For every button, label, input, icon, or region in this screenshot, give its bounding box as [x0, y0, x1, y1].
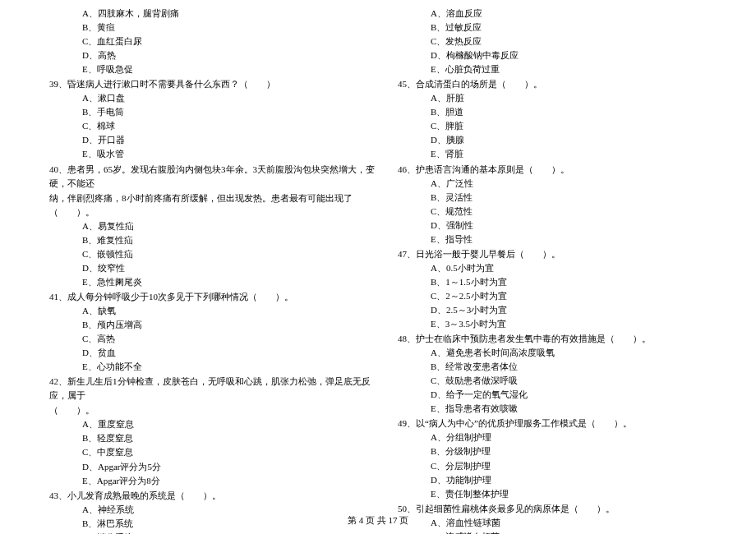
question-46: 46、护患语言沟通的基本原则是（ ）。 [398, 163, 725, 177]
option: C、发热反应 [398, 35, 725, 48]
option: C、消化系统 [49, 531, 376, 534]
option: E、心功能不全 [49, 360, 376, 374]
question-42-cont: （ ）。 [49, 403, 376, 417]
question-47: 47、日光浴一般于婴儿早餐后（ ）。 [398, 247, 725, 261]
option: A、缺氧 [49, 304, 376, 318]
option: E、吸水管 [49, 147, 376, 161]
option: A、肝脏 [398, 91, 725, 105]
option: B、颅内压增高 [49, 318, 376, 332]
option: D、给予一定的氧气湿化 [398, 388, 725, 402]
right-column: A、溶血反应 B、过敏反应 C、发热反应 D、枸橼酸钠中毒反应 E、心脏负荷过重… [391, 7, 731, 534]
option: C、分层制护理 [398, 459, 725, 473]
option: B、轻度窒息 [49, 431, 376, 445]
option: B、流感嗜血杆菌 [398, 530, 725, 534]
option: D、高热 [49, 48, 376, 62]
question-45: 45、合成清蛋白的场所是（ ）。 [398, 77, 725, 91]
option: E、Apgar评分为8分 [49, 474, 376, 488]
option: E、指导性 [398, 232, 725, 246]
option: E、指导患者有效咳嗽 [398, 402, 725, 416]
option: D、枸橼酸钠中毒反应 [398, 48, 725, 62]
option: E、肾脏 [398, 147, 725, 161]
option: B、灵活性 [398, 191, 725, 205]
question-41: 41、成人每分钟呼吸少于10次多见于下列哪种情况（ ）。 [49, 290, 376, 304]
option: D、贫血 [49, 346, 376, 360]
option: A、易复性疝 [49, 219, 376, 233]
option: C、高热 [49, 332, 376, 346]
option: A、溶血反应 [398, 7, 725, 21]
option: B、胆道 [398, 105, 725, 119]
option: A、四肢麻木，腿背剧痛 [49, 7, 376, 21]
left-column: A、四肢麻木，腿背剧痛 B、黄疸 C、血红蛋白尿 D、高热 E、呼吸急促 39、… [49, 7, 391, 534]
option: B、分级制护理 [398, 444, 725, 458]
option: B、经常改变患者体位 [398, 360, 725, 374]
option: B、黄疸 [49, 21, 376, 35]
question-43: 43、小儿发育成熟最晚的系统是（ ）。 [49, 489, 376, 503]
option: C、嵌顿性疝 [49, 247, 376, 261]
option: E、3～3.5小时为宜 [398, 317, 725, 331]
option: A、重度窒息 [49, 417, 376, 431]
option: B、难复性疝 [49, 233, 376, 247]
question-40-cont: 纳，伴剧烈疼痛，8小时前疼痛有所缓解，但出现发热。患者最有可能出现了（ ）。 [49, 191, 376, 219]
option: B、1～1.5小时为宜 [398, 275, 725, 289]
option: C、规范性 [398, 205, 725, 219]
question-48: 48、护士在临床中预防患者发生氧中毒的有效措施是（ ）。 [398, 332, 725, 346]
option: E、心脏负荷过重 [398, 62, 725, 76]
option: D、2.5～3小时为宜 [398, 303, 725, 317]
option: D、开口器 [49, 133, 376, 147]
option: A、0.5小时为宜 [398, 261, 725, 275]
option: C、脾脏 [398, 119, 725, 133]
option: C、鼓励患者做深呼吸 [398, 374, 725, 388]
option: C、血红蛋白尿 [49, 35, 376, 48]
option: E、急性阑尾炎 [49, 275, 376, 289]
option: C、中度窒息 [49, 445, 376, 459]
option: E、呼吸急促 [49, 62, 376, 76]
option: E、责任制整体护理 [398, 487, 725, 501]
option: A、避免患者长时间高浓度吸氧 [398, 346, 725, 360]
option: A、分组制护理 [398, 430, 725, 444]
question-40: 40、患者男，65岁。发现右腹股沟内侧包块3年余。3天前腹股沟包块突然增大，变硬… [49, 163, 376, 191]
option: D、绞窄性 [49, 261, 376, 275]
option: B、过敏反应 [398, 21, 725, 35]
option: C、棉球 [49, 119, 376, 133]
option: D、Apgar评分为5分 [49, 460, 376, 474]
page-footer: 第 4 页 共 17 页 [0, 513, 756, 527]
option: D、功能制护理 [398, 473, 725, 487]
option: C、2～2.5小时为宜 [398, 289, 725, 303]
question-42: 42、新生儿生后1分钟检查，皮肤苍白，无呼吸和心跳，肌张力松弛，弹足底无反应，属… [49, 375, 376, 403]
question-49: 49、以“病人为中心”的优质护理服务工作模式是（ ）。 [398, 417, 725, 430]
option: A、广泛性 [398, 177, 725, 191]
page-body: A、四肢麻木，腿背剧痛 B、黄疸 C、血红蛋白尿 D、高热 E、呼吸急促 39、… [0, 0, 756, 534]
option: B、手电筒 [49, 105, 376, 119]
option: D、强制性 [398, 219, 725, 232]
option: A、漱口盘 [49, 91, 376, 105]
question-39: 39、昏迷病人进行漱口时不需要具备什么东西？（ ） [49, 77, 376, 91]
option: D、胰腺 [398, 133, 725, 147]
